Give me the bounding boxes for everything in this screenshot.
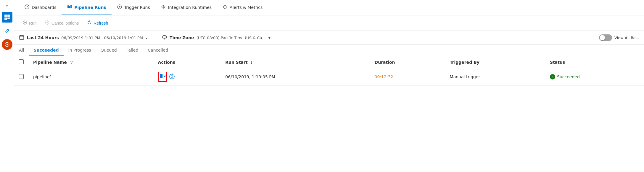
run-button[interactable]: Run: [19, 18, 40, 28]
row-checkbox-cell: [14, 68, 28, 86]
time-range-value: 06/09/2019 1:01 PM - 06/10/2019 1:01 PM: [61, 36, 143, 40]
col-run-start[interactable]: Run Start ↕: [220, 56, 370, 68]
sidebar-icon-monitor[interactable]: [2, 39, 12, 50]
row-actions-cell: [153, 68, 221, 86]
view-all-label: View All Re...: [614, 36, 639, 40]
status-tab-queued[interactable]: Queued: [96, 45, 122, 56]
view-all-toggle[interactable]: [599, 34, 612, 41]
sidebar-collapse-icon[interactable]: »: [5, 2, 9, 9]
refresh-button[interactable]: Refresh: [83, 18, 112, 28]
tab-dashboards[interactable]: Dashboards: [19, 0, 62, 15]
sidebar-icon-edit[interactable]: [2, 26, 12, 36]
filter-bar: Last 24 Hours 06/09/2019 1:01 PM - 06/10…: [14, 31, 644, 45]
tab-integration-runtimes[interactable]: Integration Runtimes: [155, 0, 217, 15]
svg-marker-28: [164, 75, 165, 77]
status-tab-succeeded[interactable]: Succeeded: [29, 45, 63, 56]
col-pipeline-name: Pipeline Name: [28, 56, 153, 68]
run-start-sort-icon: ↕: [250, 61, 253, 65]
time-range-chevron-icon: ∨: [145, 36, 148, 40]
actions-col-label: Actions: [158, 60, 176, 65]
trigger-runs-tab-icon: [117, 4, 122, 11]
timezone-filter[interactable]: Time Zone (UTC-08:00) Pacific Time (US &…: [162, 34, 271, 41]
svg-rect-26: [160, 74, 162, 78]
svg-rect-1: [7, 15, 10, 17]
status-tab-cancelled[interactable]: Cancelled: [143, 45, 173, 56]
cancel-options-button[interactable]: Cancel options: [41, 18, 83, 28]
col-triggered-by: Triggered By: [445, 56, 545, 68]
duration-col-label: Duration: [375, 60, 395, 65]
status-tab-succeeded-label: Succeeded: [33, 48, 59, 52]
col-checkbox: [14, 56, 28, 68]
table-header-row: Pipeline Name Actions Run Start ↕: [14, 56, 644, 68]
pipeline-runs-table-container: Pipeline Name Actions Run Start ↕: [14, 56, 644, 172]
sidebar: »: [0, 0, 14, 172]
run-pipeline-button-box[interactable]: [158, 72, 167, 82]
svg-marker-29: [172, 74, 173, 75]
toolbar: Run Cancel options Refresh: [14, 15, 644, 31]
svg-rect-20: [20, 36, 24, 39]
svg-rect-8: [69, 6, 70, 8]
tab-trigger-runs-label: Trigger Runs: [124, 5, 150, 10]
select-all-checkbox[interactable]: [19, 59, 24, 64]
refresh-label: Refresh: [94, 21, 108, 26]
status-tab-all-label: All: [19, 48, 24, 52]
svg-rect-9: [70, 5, 72, 8]
tab-pipeline-runs-label: Pipeline Runs: [74, 5, 106, 10]
status-tab-in-progress-label: In Progress: [68, 48, 91, 52]
pipeline-runs-table: Pipeline Name Actions Run Start ↕: [14, 56, 644, 86]
svg-rect-27: [162, 74, 163, 78]
status-tab-in-progress[interactable]: In Progress: [64, 45, 96, 56]
status-tab-queued-label: Queued: [101, 48, 117, 52]
run-icon: [22, 20, 27, 26]
row-run-start-cell: 06/10/2019, 1:10:05 PM: [220, 68, 370, 86]
dashboard-icon: [4, 14, 10, 20]
col-status: Status: [545, 56, 644, 68]
triggered-by-value: Manual trigger: [450, 74, 480, 79]
run-label: Run: [29, 21, 37, 26]
view-all-toggle-group: View All Re...: [599, 34, 639, 41]
alerts-metrics-tab-icon: [222, 4, 228, 11]
pipeline-name-value: pipeline1: [33, 74, 52, 79]
tab-pipeline-runs[interactable]: Pipeline Runs: [62, 0, 112, 15]
svg-rect-3: [7, 17, 10, 19]
status-tab-failed[interactable]: Failed: [122, 45, 143, 56]
run-start-value: 06/10/2019, 1:10:05 PM: [225, 74, 275, 79]
svg-marker-11: [119, 6, 121, 8]
svg-marker-16: [24, 22, 26, 23]
rerun-icon[interactable]: [169, 73, 175, 81]
status-badge: Succeeded: [550, 74, 639, 79]
calendar-icon: [19, 35, 24, 41]
run-pipeline-icon[interactable]: [159, 73, 166, 81]
svg-line-18: [46, 22, 48, 23]
sidebar-icon-dashboard[interactable]: [2, 12, 12, 23]
status-tab-all[interactable]: All: [19, 45, 29, 56]
svg-point-6: [27, 6, 27, 7]
toggle-thumb: [600, 35, 605, 40]
row-checkbox[interactable]: [19, 74, 24, 79]
row-pipeline-name-cell: pipeline1: [28, 68, 153, 86]
status-tabs: All Succeeded In Progress Queued Failed …: [14, 45, 644, 56]
timezone-value: (UTC-08:00) Pacific Time (US & Ca...: [197, 36, 266, 40]
triggered-by-col-label: Triggered By: [450, 60, 479, 65]
run-start-col-label: Run Start: [225, 60, 247, 65]
time-range-label: Last 24 Hours: [27, 35, 59, 40]
col-duration: Duration: [370, 56, 445, 68]
action-buttons: [158, 72, 216, 82]
success-icon: [550, 74, 555, 79]
svg-rect-0: [4, 15, 7, 17]
duration-value: 00:12:32: [375, 74, 393, 79]
svg-marker-19: [89, 20, 91, 22]
svg-point-30: [171, 76, 173, 77]
pipeline-name-filter-icon[interactable]: [68, 60, 73, 65]
status-tab-failed-label: Failed: [126, 48, 139, 52]
integration-runtimes-tab-icon: [161, 4, 166, 11]
pencil-icon: [4, 28, 10, 34]
pipeline-runs-tab-icon: [67, 4, 72, 11]
tab-alerts-metrics[interactable]: Alerts & Metrics: [217, 0, 268, 15]
timezone-label: Time Zone: [170, 35, 194, 40]
time-range-filter[interactable]: Last 24 Hours 06/09/2019 1:01 PM - 06/10…: [19, 35, 148, 41]
status-tab-cancelled-label: Cancelled: [148, 48, 168, 52]
tab-trigger-runs[interactable]: Trigger Runs: [112, 0, 155, 15]
main-content: Dashboards Pipeline Runs Trigger Runs: [14, 0, 644, 172]
dashboards-tab-icon: [24, 4, 30, 11]
